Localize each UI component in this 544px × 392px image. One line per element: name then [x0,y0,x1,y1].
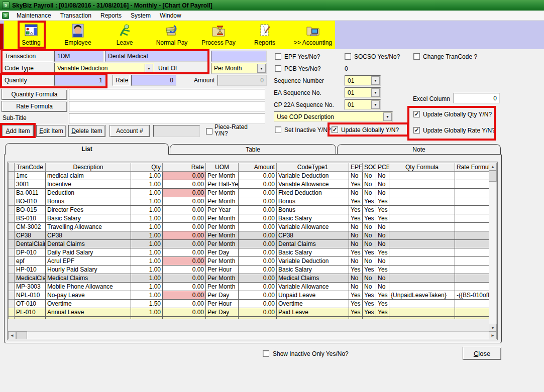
row-selector[interactable] [9,231,15,240]
col-header-codetype[interactable]: CodeType1 [277,163,349,172]
table-row[interactable]: BO-010Bonus1.000.00Per Month0.00BonusYes… [9,197,489,206]
table-row[interactable]: Ba-0011Deduction1.000.00Per Month0.00Fix… [9,189,489,197]
row-selector[interactable] [9,189,15,197]
chevron-down-icon[interactable]: ▼ [257,64,266,73]
col-header-rate[interactable]: Rate [163,163,206,172]
col-header-soc[interactable]: SOC [363,163,376,172]
transaction-extra-field[interactable] [211,51,267,62]
table-row[interactable]: MP-3003Mobile Phone Allowance1.000.00Per… [9,283,489,291]
toolbar-process-pay-button[interactable]: Process Pay [197,22,240,49]
table-row[interactable]: BO-015Director Fees1.000.00Per Year0.00B… [9,206,489,214]
table-row[interactable]: CP38CP381.000.00Per Month0.00CP38NoNoNo [9,231,489,240]
menu-system[interactable]: System [126,11,155,20]
rate-formula-field[interactable] [69,101,265,112]
table-row[interactable]: HP-010Hourly Paid Salary1.000.00Per Hour… [9,266,489,274]
horizontal-scroll-thumb[interactable] [16,331,27,339]
col-header-epf[interactable]: EPF [349,163,363,172]
change-trancode-checkbox[interactable] [413,53,420,60]
table-row[interactable]: NPL-010No-pay Leave1.000.00Per Day0.00Un… [9,291,489,300]
use-cop-description-select[interactable]: Use COP Description ▼ [274,111,393,122]
chevron-down-icon[interactable]: ▼ [371,100,380,109]
toolbar-leave-button[interactable]: Leave [103,22,146,49]
row-selector[interactable] [9,214,15,223]
toolbar-reports-button[interactable]: Reports [243,22,286,49]
account-number-button[interactable]: Account # [110,125,150,137]
row-selector[interactable] [9,274,15,283]
row-selector[interactable] [9,283,15,291]
toolbar-accounting-button[interactable]: >> Accounting [289,22,337,49]
table-row[interactable]: 1mcmedical claim1.000.00Per Month0.00Var… [9,172,489,180]
child-window-icon[interactable]: S [2,12,9,19]
delete-item-button[interactable]: Delete Item [68,125,105,137]
tab-table[interactable]: Table [170,144,336,154]
update-globally-qty-checkbox[interactable]: ✓ [413,111,420,117]
menu-window[interactable]: Window [155,11,186,20]
quantity-field[interactable]: 1 [54,75,105,86]
ea-sequence-select[interactable]: 01 ▼ [345,87,381,98]
sequence-number-select[interactable]: 01 ▼ [345,75,381,86]
row-selector[interactable] [9,291,15,300]
chevron-down-icon[interactable]: ▼ [145,64,153,73]
piece-rated-checkbox[interactable] [206,128,212,135]
socso-checkbox[interactable] [345,53,351,60]
row-selector[interactable] [9,308,15,317]
rate-formula-button[interactable]: Rate Formula [2,101,67,112]
table-row[interactable]: 3001Incentive1.000.00Per Half-Year0.00Va… [9,180,489,189]
menu-maintenance[interactable]: Maintenance [12,11,56,20]
code-type-select[interactable]: Variable Deduction ▼ [54,63,154,74]
row-selector[interactable] [9,240,15,248]
col-header-uom[interactable]: UOM [206,163,239,172]
col-header-rate_formula[interactable]: Rate Formula [455,163,489,172]
unit-of-select[interactable]: Per Month ▼ [211,63,267,74]
title-bar[interactable]: S SkyBiz Payroll : [01/08/2016 - 31/08/2… [0,0,544,11]
row-selector[interactable] [9,257,15,266]
transaction-description-field[interactable]: Dental Medical [105,51,208,62]
excel-column-field[interactable]: 0 [454,93,500,103]
row-selector[interactable] [9,223,15,231]
horizontal-scrollbar[interactable] [8,331,497,339]
update-globally-checkbox[interactable]: ✓ [332,126,338,133]
vertical-scrollbar[interactable] [489,163,497,332]
update-globally-rate-checkbox[interactable]: ✓ [413,127,420,134]
table-row[interactable]: PL-010Annual Leave1.000.00Per Day0.00Pai… [9,308,489,317]
quantity-formula-field[interactable] [69,89,265,100]
col-header-qty[interactable]: Qty [131,163,163,172]
vertical-scroll-thumb[interactable] [489,171,497,182]
table-row[interactable]: DentalClairDental Claims1.000.00Per Mont… [9,240,489,248]
row-selector[interactable] [9,266,15,274]
epf-checkbox[interactable] [275,53,281,60]
app-icon[interactable]: S [2,2,10,9]
tab-list[interactable]: List [5,143,169,155]
row-selector[interactable] [9,206,15,214]
table-row[interactable]: CM-3002Travelling Allowance1.000.00Per M… [9,223,489,231]
menu-reports[interactable]: Reports [96,11,126,20]
add-item-button[interactable]: Add Item [2,125,34,137]
chevron-down-icon[interactable]: ▼ [371,88,380,97]
chevron-down-icon[interactable]: ▼ [371,76,380,85]
col-header-trancode[interactable]: TranCode [15,163,46,172]
scroll-right-icon[interactable]: ► [489,331,497,339]
toolbar-normal-pay-button[interactable]: Normal Pay [150,22,193,49]
table-row[interactable]: MedicalClaMedical Claims1.000.00Per Mont… [9,274,489,283]
rate-field[interactable]: 0 [131,75,176,86]
row-selector[interactable] [9,180,15,189]
scroll-up-icon[interactable]: ▲ [489,163,497,171]
scroll-down-icon[interactable]: ▼ [489,324,497,332]
edit-item-button[interactable]: Edit Item [36,125,66,137]
toolbar-setting-button[interactable]: Setting [10,22,53,49]
table-row[interactable]: epfAcrul EPF1.000.00Per Month0.00Variabl… [9,257,489,266]
close-button[interactable]: Close [463,347,501,360]
tab-note[interactable]: Note [337,144,501,154]
quantity-formula-button[interactable]: Quantity Formula [2,89,67,100]
row-selector[interactable] [9,300,15,308]
col-header-qty_formula[interactable]: Qty Formula [389,163,455,172]
chevron-down-icon[interactable]: ▼ [383,112,392,121]
set-inactive-checkbox[interactable] [275,126,281,133]
subtitle-field[interactable] [69,113,265,124]
pcb-checkbox[interactable] [275,65,281,72]
table-row[interactable]: DP-010Daily Paid Salary1.000.00Per Day0.… [9,248,489,257]
col-header-amount[interactable]: Amount [239,163,277,172]
col-header-pcb[interactable]: PCB [376,163,389,172]
menu-transaction[interactable]: Transaction [56,11,96,20]
table-row[interactable]: BS-010Basic Salary1.000.00Per Month0.00B… [9,214,489,223]
